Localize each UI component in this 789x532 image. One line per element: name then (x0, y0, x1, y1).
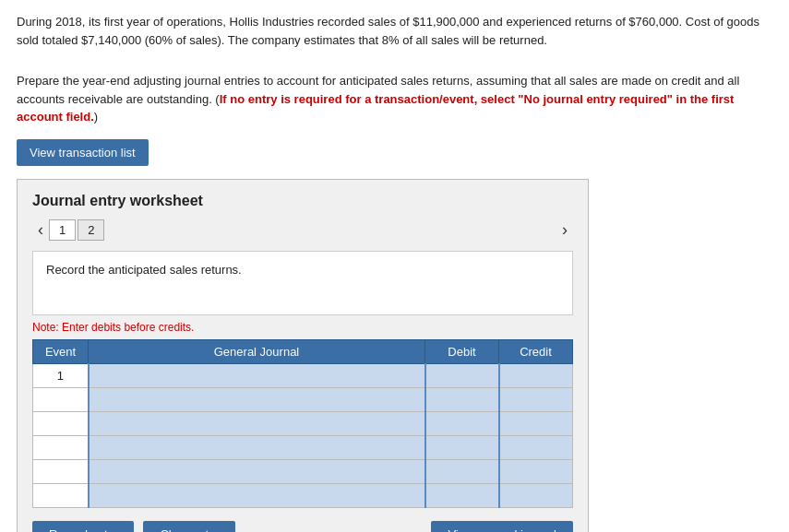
credit-cell-1[interactable] (499, 363, 573, 387)
transaction-description: Record the anticipated sales returns. (32, 251, 573, 315)
gj-cell-6[interactable] (89, 483, 425, 507)
gj-input-1[interactable] (93, 369, 421, 383)
gj-input-2[interactable] (93, 393, 421, 407)
credit-cell-4[interactable] (499, 435, 573, 459)
credit-input-6[interactable] (504, 489, 569, 502)
event-cell-4 (33, 435, 89, 459)
debit-input-4[interactable] (430, 441, 495, 455)
credit-cell-2[interactable] (499, 387, 573, 411)
record-entry-button[interactable]: Record entry (32, 521, 134, 533)
debit-cell-4[interactable] (425, 435, 499, 459)
event-cell-2 (33, 387, 89, 411)
debit-cell-6[interactable] (425, 483, 499, 507)
table-row (33, 459, 573, 483)
gj-input-4[interactable] (93, 441, 421, 455)
next-arrow-button[interactable]: › (556, 219, 573, 242)
gj-cell-5[interactable] (89, 459, 425, 483)
credit-cell-3[interactable] (499, 411, 573, 435)
event-cell-6 (33, 483, 89, 507)
debit-cell-2[interactable] (425, 387, 499, 411)
credit-input-5[interactable] (504, 465, 569, 479)
event-cell-5 (33, 459, 89, 483)
debit-input-2[interactable] (430, 393, 495, 407)
table-row (33, 483, 573, 507)
instruction-paragraph: Prepare the year-end adjusting journal e… (17, 72, 772, 126)
credit-cell-6[interactable] (499, 483, 573, 507)
event-cell-3 (33, 411, 89, 435)
col-header-event: Event (33, 339, 89, 363)
gj-cell-4[interactable] (89, 435, 425, 459)
debit-input-1[interactable] (430, 369, 495, 383)
debit-cell-5[interactable] (425, 459, 499, 483)
debit-input-3[interactable] (430, 417, 495, 431)
worksheet-title: Journal entry worksheet (32, 193, 573, 209)
debit-cell-1[interactable] (425, 363, 499, 387)
gj-input-5[interactable] (93, 465, 421, 479)
table-row (33, 387, 573, 411)
credit-cell-5[interactable] (499, 459, 573, 483)
bottom-button-bar: Record entry Clear entry View general jo… (32, 521, 573, 533)
tab-1[interactable]: 1 (49, 219, 76, 241)
table-row (33, 411, 573, 435)
table-row (33, 435, 573, 459)
debit-input-6[interactable] (430, 489, 495, 502)
clear-entry-button[interactable]: Clear entry (143, 521, 235, 533)
credit-input-2[interactable] (504, 393, 569, 407)
gj-input-3[interactable] (93, 417, 421, 431)
view-general-journal-button[interactable]: View general journal (431, 521, 573, 533)
view-transaction-button[interactable]: View transaction list (17, 139, 149, 166)
debit-input-5[interactable] (430, 465, 495, 479)
credit-input-4[interactable] (504, 441, 569, 455)
col-header-debit: Debit (425, 339, 499, 363)
col-header-credit: Credit (499, 339, 573, 363)
journal-entry-worksheet: Journal entry worksheet ‹ 1 2 › Record t… (17, 179, 589, 533)
note-text: Note: Enter debits before credits. (32, 321, 573, 334)
event-cell-1: 1 (33, 363, 89, 387)
gj-cell-1[interactable] (89, 363, 425, 387)
credit-input-3[interactable] (504, 417, 569, 431)
gj-cell-3[interactable] (89, 411, 425, 435)
gj-cell-2[interactable] (89, 387, 425, 411)
col-header-general-journal: General Journal (89, 339, 425, 363)
debit-cell-3[interactable] (425, 411, 499, 435)
journal-table: Event General Journal Debit Credit 1 (32, 339, 573, 508)
tab-navigation: ‹ 1 2 › (32, 219, 573, 242)
table-row: 1 (33, 363, 573, 387)
credit-input-1[interactable] (504, 369, 569, 383)
gj-input-6[interactable] (93, 489, 421, 502)
tab-2[interactable]: 2 (78, 219, 104, 241)
prev-arrow-button[interactable]: ‹ (32, 219, 49, 242)
instruction-text-after: ) (94, 110, 98, 124)
intro-paragraph-1: During 2018, its first year of operation… (17, 13, 772, 49)
